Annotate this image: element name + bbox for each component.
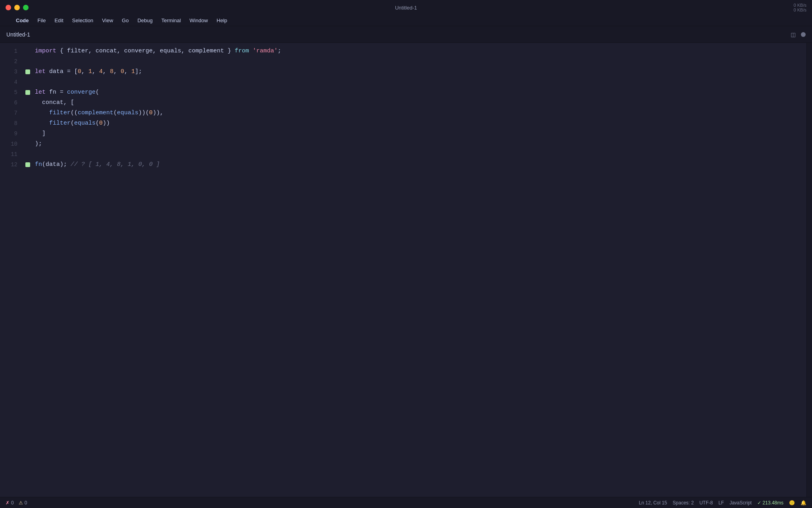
warning-icon: ⚠: [19, 500, 23, 506]
notifications-icon[interactable]: 🔔: [801, 500, 806, 506]
gutter-2: [24, 56, 32, 67]
code-line-1: import { filter, concat, converge, equal…: [35, 46, 806, 56]
line-ending-text: LF: [718, 500, 724, 506]
line-ending[interactable]: LF: [718, 500, 724, 506]
code-line-6: concat, [: [35, 98, 806, 108]
menu-debug[interactable]: Debug: [134, 17, 157, 24]
token-let-5: let: [35, 87, 46, 98]
token-complement: complement: [78, 108, 113, 118]
status-indicator: [801, 32, 806, 37]
spaces-text: Spaces: 2: [673, 500, 694, 506]
breakpoint-5[interactable]: [25, 90, 30, 95]
encoding-text: UTF-8: [699, 500, 713, 506]
menu-go[interactable]: Go: [118, 17, 132, 24]
breakpoint-3[interactable]: [25, 69, 30, 74]
gutter: [24, 46, 32, 497]
cursor-position-text: Ln 12, Col 15: [639, 500, 667, 506]
timing-text: ✓ 213.48ms: [757, 500, 783, 506]
token-filter-8: filter: [49, 118, 71, 129]
error-icon: ✗: [6, 500, 10, 506]
gutter-5: [24, 87, 32, 98]
statusbar: ✗ 0 ⚠ 0 Ln 12, Col 15 Spaces: 2 UTF-8 LF…: [0, 497, 812, 508]
minimize-button[interactable]: [14, 5, 20, 10]
token-equals-7: equals: [117, 108, 138, 118]
token-converge: converge: [67, 87, 96, 98]
line-num-11: 11: [3, 149, 17, 160]
code-line-11: [35, 149, 806, 160]
error-count[interactable]: ✗ 0: [6, 500, 14, 506]
token-equals-8: equals: [74, 118, 96, 129]
indentation[interactable]: Spaces: 2: [673, 500, 694, 506]
close-button[interactable]: [6, 5, 11, 10]
line-num-10: 10: [3, 139, 17, 149]
titlebar: Untitled-1 0 KB/s0 KB/s: [0, 0, 812, 15]
menu-edit[interactable]: Edit: [50, 17, 67, 24]
titlebar-right: 0 KB/s0 KB/s: [794, 3, 806, 12]
menu-window[interactable]: Window: [186, 17, 212, 24]
line-num-7: 7: [3, 108, 17, 118]
code-area: 1 2 3 4 5 6 7 8 9 10 11 12: [0, 43, 812, 497]
timing: ✓ 213.48ms: [757, 500, 783, 506]
feedback-icon[interactable]: 🙂: [789, 500, 795, 506]
network-stats: 0 KB/s0 KB/s: [794, 3, 806, 12]
gutter-1: [24, 46, 32, 56]
line-num-9: 9: [3, 129, 17, 139]
menu-file[interactable]: File: [34, 17, 50, 24]
editor-tab-filename[interactable]: Untitled-1: [6, 31, 30, 38]
line-num-8: 8: [3, 118, 17, 129]
gutter-6: [24, 98, 32, 108]
code-line-8: filter ( equals ( 0 )): [35, 118, 806, 129]
bell-icon: 🔔: [801, 500, 806, 506]
warning-number: 0: [25, 500, 27, 506]
code-editor[interactable]: 1 2 3 4 5 6 7 8 9 10 11 12: [0, 43, 806, 497]
line-num-1: 1: [3, 46, 17, 56]
menu-code[interactable]: Code: [12, 17, 33, 24]
window-controls: [6, 5, 29, 10]
breakpoint-12[interactable]: [25, 162, 30, 167]
statusbar-right: Ln 12, Col 15 Spaces: 2 UTF-8 LF JavaScr…: [639, 500, 806, 506]
line-numbers: 1 2 3 4 5 6 7 8 9 10 11 12: [0, 46, 24, 497]
code-line-7: filter (( complement ( equals ))( 0 )),: [35, 108, 806, 118]
line-num-12: 12: [3, 160, 17, 170]
gutter-3: [24, 67, 32, 77]
token-from: from: [235, 46, 249, 56]
editor-header-actions: ◫: [791, 30, 806, 39]
language-mode[interactable]: JavaScript: [730, 500, 752, 506]
encoding[interactable]: UTF-8: [699, 500, 713, 506]
menu-selection[interactable]: Selection: [68, 17, 97, 24]
line-num-2: 2: [3, 56, 17, 67]
menubar: Code File Edit Selection View Go Debug T…: [0, 15, 812, 26]
token-comment: // ? [ 1, 4, 8, 1, 0, 0 ]: [71, 160, 160, 170]
token-let-3: let: [35, 67, 46, 77]
line-num-4: 4: [3, 77, 17, 87]
code-line-2: [35, 56, 806, 67]
cursor-position[interactable]: Ln 12, Col 15: [639, 500, 667, 506]
code-line-10: );: [35, 139, 806, 149]
editor-container: Untitled-1 ◫ 1 2 3 4 5 6 7 8 9 10 11 12: [0, 26, 812, 497]
code-line-12: fn (data); // ? [ 1, 4, 8, 1, 0, 0 ]: [35, 160, 806, 170]
gutter-4: [24, 77, 32, 87]
window-title: Untitled-1: [395, 5, 417, 11]
menu-help[interactable]: Help: [213, 17, 231, 24]
line-num-6: 6: [3, 98, 17, 108]
smiley-icon: 🙂: [789, 500, 795, 506]
warning-count[interactable]: ⚠ 0: [19, 500, 27, 506]
line-num-3: 3: [3, 67, 17, 77]
menu-terminal[interactable]: Terminal: [157, 17, 185, 24]
gutter-8: [24, 118, 32, 129]
token-import: import: [35, 46, 56, 56]
error-number: 0: [11, 500, 14, 506]
gutter-12: [24, 160, 32, 170]
line-num-5: 5: [3, 87, 17, 98]
gutter-10: [24, 139, 32, 149]
split-editor-icon[interactable]: ◫: [791, 30, 795, 39]
language-text: JavaScript: [730, 500, 752, 506]
menu-view[interactable]: View: [98, 17, 117, 24]
scrollbar[interactable]: [806, 43, 812, 497]
code-line-3: let data = [ 0 , 1 , 4 , 8 , 0 , 1 ];: [35, 67, 806, 77]
code-content[interactable]: import { filter, concat, converge, equal…: [32, 46, 806, 497]
maximize-button[interactable]: [23, 5, 29, 10]
gutter-11: [24, 149, 32, 160]
gutter-9: [24, 129, 32, 139]
code-line-5: let fn = converge (: [35, 87, 806, 98]
